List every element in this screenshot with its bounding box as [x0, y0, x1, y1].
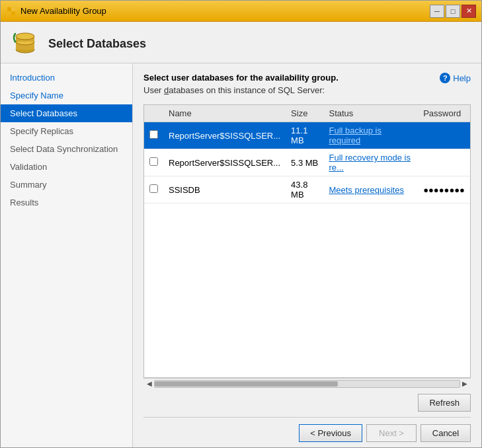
scroll-left-arrow[interactable]: ◀ [145, 380, 154, 387]
col-header-checkbox [144, 105, 163, 122]
row1-name: ReportServer$SISSQLSER... [163, 122, 286, 149]
databases-table-container: Name Size Status Password R [143, 104, 471, 378]
help-icon: ? [440, 73, 450, 83]
content-title: Select user databases for the availabili… [143, 73, 339, 83]
header-area: Select Databases [1, 22, 481, 63]
close-button[interactable]: ✕ [462, 5, 476, 18]
row2-checkbox[interactable] [149, 157, 158, 166]
row1-checkbox-cell[interactable] [144, 122, 163, 149]
row1-checkbox[interactable] [149, 130, 158, 139]
row1-password [418, 122, 470, 149]
col-header-status: Status [323, 105, 418, 122]
help-label: Help [453, 73, 471, 83]
sidebar-item-specify-replicas: Specify Replicas [1, 122, 132, 140]
col-header-size: Size [286, 105, 323, 122]
page-title: Select Databases [48, 37, 146, 51]
svg-rect-0 [7, 7, 11, 11]
row3-password: ●●●●●●●● [418, 176, 470, 204]
sidebar-item-select-databases[interactable]: Select Databases [1, 104, 132, 122]
refresh-button[interactable]: Refresh [418, 394, 471, 412]
cancel-button[interactable]: Cancel [421, 424, 471, 442]
app-icon [6, 6, 17, 17]
title-bar: New Availability Group ─ □ ✕ [1, 1, 481, 22]
main-content: Introduction Specify Name Select Databas… [1, 63, 481, 447]
row3-name: SSISDB [163, 176, 286, 204]
minimize-button[interactable]: ─ [430, 5, 444, 18]
col-header-password: Password [418, 105, 470, 122]
row3-checkbox-cell[interactable] [144, 176, 163, 204]
horizontal-scrollbar[interactable] [154, 380, 460, 388]
row3-status-link[interactable]: Meets prerequisites [329, 185, 403, 195]
col-header-name: Name [163, 105, 286, 122]
svg-rect-2 [11, 7, 15, 11]
content-subtitle: User databases on this instance of SQL S… [143, 85, 339, 95]
sidebar-item-specify-name[interactable]: Specify Name [1, 87, 132, 104]
content-description: Select user databases for the availabili… [143, 73, 339, 95]
refresh-row: Refresh [143, 394, 471, 412]
row2-size: 5.3 MB [286, 149, 323, 176]
row1-status-link[interactable]: Full backup is required [329, 126, 381, 145]
databases-table: Name Size Status Password R [144, 105, 470, 204]
help-link[interactable]: ? Help [440, 73, 471, 83]
svg-rect-1 [11, 11, 15, 15]
row3-status: Meets prerequisites [323, 176, 418, 204]
header-icon [11, 30, 39, 57]
content-header-row: Select user databases for the availabili… [143, 73, 471, 95]
window-controls: ─ □ ✕ [430, 5, 476, 18]
row2-checkbox-cell[interactable] [144, 149, 163, 176]
next-button[interactable]: Next > [366, 424, 417, 442]
sidebar: Introduction Specify Name Select Databas… [1, 63, 133, 447]
row1-size: 11.1 MB [286, 122, 323, 149]
table-row: SSISDB 43.8 MB Meets prerequisites ●●●●●… [144, 176, 470, 204]
maximize-button[interactable]: □ [446, 5, 460, 18]
window-title: New Availability Group [20, 6, 106, 16]
scroll-right-arrow[interactable]: ▶ [460, 380, 469, 387]
row2-password [418, 149, 470, 176]
scrollbar-thumb [155, 381, 338, 387]
table-row: ReportServer$SISSQLSER... 11.1 MB Full b… [144, 122, 470, 149]
sidebar-item-select-data-sync: Select Data Synchronization [1, 140, 132, 158]
main-window: New Availability Group ─ □ ✕ [0, 0, 482, 448]
svg-point-7 [16, 33, 34, 40]
sidebar-item-introduction[interactable]: Introduction [1, 69, 132, 87]
subtitle-prefix: User [143, 85, 164, 95]
sidebar-item-summary: Summary [1, 176, 132, 194]
row2-name: ReportServer$SISSQLSER... [163, 149, 286, 176]
row2-status: Full recovery mode is re... [323, 149, 418, 176]
bottom-controls: Refresh < Previous Next > Cancel [143, 389, 471, 442]
title-bar-left: New Availability Group [6, 6, 106, 17]
content-area: Select user databases for the availabili… [133, 63, 481, 447]
table-row: ReportServer$SISSQLSER... 5.3 MB Full re… [144, 149, 470, 176]
row3-size: 43.8 MB [286, 176, 323, 204]
nav-row: < Previous Next > Cancel [143, 417, 471, 442]
row1-status: Full backup is required [323, 122, 418, 149]
previous-button[interactable]: < Previous [299, 424, 362, 442]
table-header: Name Size Status Password [144, 105, 470, 122]
horizontal-scrollbar-area: ◀ ▶ [143, 378, 471, 389]
sidebar-item-validation: Validation [1, 158, 132, 176]
subtitle-rest: atabases on this instance of SQL Server: [169, 85, 325, 95]
sidebar-item-results: Results [1, 194, 132, 211]
window-body: Select Databases Introduction Specify Na… [1, 22, 481, 447]
table-body: ReportServer$SISSQLSER... 11.1 MB Full b… [144, 122, 470, 204]
row3-checkbox[interactable] [149, 184, 158, 193]
row2-status-link[interactable]: Full recovery mode is re... [329, 153, 411, 172]
